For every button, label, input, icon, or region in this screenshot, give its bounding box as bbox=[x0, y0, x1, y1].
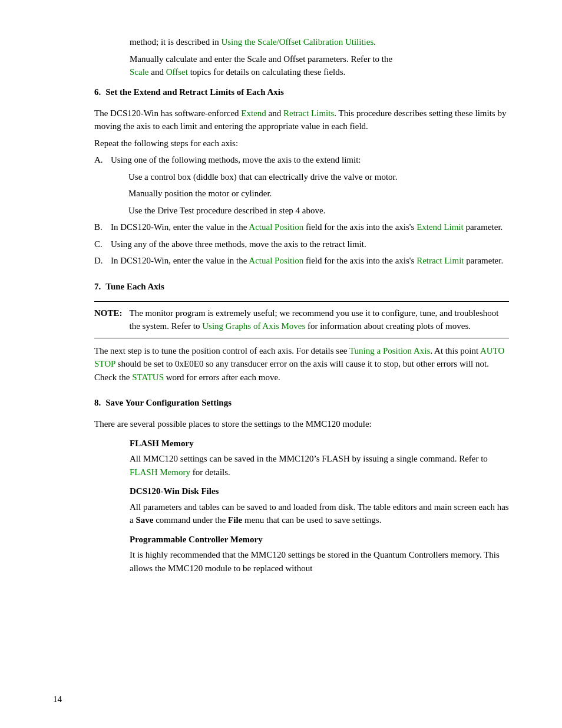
section-7: 7. Tune Each Axis NOTE: The monitor prog… bbox=[94, 282, 509, 384]
link-extend-limit-b[interactable]: Extend Limit bbox=[416, 222, 464, 232]
link-retract-limits[interactable]: Retract Limits bbox=[283, 108, 334, 118]
intro-line2: Manually calculate and enter the Scale a… bbox=[130, 52, 509, 79]
list-item-a: A. Using one of the following methods, m… bbox=[94, 153, 509, 167]
subsection-prog-text: It is highly recommended that the MMC120… bbox=[130, 548, 509, 575]
section-7-title: Tune Each Axis bbox=[105, 282, 164, 292]
link-offset[interactable]: Offset bbox=[166, 67, 188, 77]
section8-para1: There are several possible places to sto… bbox=[94, 417, 509, 431]
subsection-flash-title: FLASH Memory bbox=[130, 437, 509, 450]
subsection-prog-title: Programmable Controller Memory bbox=[130, 533, 509, 546]
subsection-flash-text: All MMC120 settings can be saved in the … bbox=[130, 452, 509, 479]
section6-para1: The DCS120-Win has software-enforced Ext… bbox=[94, 107, 509, 133]
list-item-c: C. Using any of the above three methods,… bbox=[94, 238, 509, 251]
link-status[interactable]: STATUS bbox=[132, 373, 164, 382]
section-6-number: 6. bbox=[94, 87, 101, 102]
link-actual-position-b[interactable]: Actual Position bbox=[249, 222, 303, 232]
sub-item-a1: Use a control box (diddle box) that can … bbox=[128, 170, 509, 184]
subsection-flash: FLASH Memory All MMC120 settings can be … bbox=[130, 437, 509, 479]
section-6-title: Set the Extend and Retract Limits of Eac… bbox=[105, 87, 284, 97]
section6-para2: Repeat the following steps for each axis… bbox=[94, 137, 509, 150]
subsection-prog-controller: Programmable Controller Memory It is hig… bbox=[130, 533, 509, 575]
link-retract-limit-d[interactable]: Retract Limit bbox=[416, 256, 464, 265]
section-8-number: 8. bbox=[94, 398, 101, 413]
link-flash-memory[interactable]: FLASH Memory bbox=[130, 467, 190, 477]
page-number: 14 bbox=[53, 694, 62, 704]
sub-item-a3: Use the Drive Test procedure described i… bbox=[128, 204, 509, 218]
sub-item-a2: Manually position the motor or cylinder. bbox=[128, 187, 509, 200]
intro-line1: method; it is described in Using the Sca… bbox=[130, 35, 509, 49]
section-8-title: Save Your Configuration Settings bbox=[105, 398, 232, 408]
link-actual-position-d[interactable]: Actual Position bbox=[249, 256, 303, 265]
link-using-graphs[interactable]: Using Graphs of Axis Moves bbox=[202, 321, 305, 331]
page: method; it is described in Using the Sca… bbox=[0, 0, 562, 728]
subsection-disk-title: DCS120-Win Disk Files bbox=[130, 485, 509, 498]
link-tuning-position-axis[interactable]: Tuning a Position Axis bbox=[349, 346, 430, 355]
subsection-disk-files: DCS120-Win Disk Files All parameters and… bbox=[130, 485, 509, 527]
link-scale[interactable]: Scale bbox=[130, 67, 148, 77]
link-extend[interactable]: Extend bbox=[241, 108, 266, 118]
note-content: The monitor program is extremely useful;… bbox=[127, 307, 509, 333]
section7-para1: The next step is to tune the position co… bbox=[94, 344, 509, 384]
link-scale-offset-calibration[interactable]: Using the Scale/Offset Calibration Utili… bbox=[221, 37, 373, 47]
section-6: 6. Set the Extend and Retract Limits of … bbox=[94, 87, 509, 268]
list-item-d: D. In DCS120-Win, enter the value in the… bbox=[94, 254, 509, 268]
note-box: NOTE: The monitor program is extremely u… bbox=[94, 301, 509, 338]
subsection-disk-text: All parameters and tables can be saved t… bbox=[130, 500, 509, 527]
section-8: 8. Save Your Configuration Settings Ther… bbox=[94, 398, 509, 575]
list-item-b: B. In DCS120-Win, enter the value in the… bbox=[94, 220, 509, 234]
section-7-number: 7. bbox=[94, 282, 101, 297]
intro-block: method; it is described in Using the Sca… bbox=[130, 35, 509, 79]
